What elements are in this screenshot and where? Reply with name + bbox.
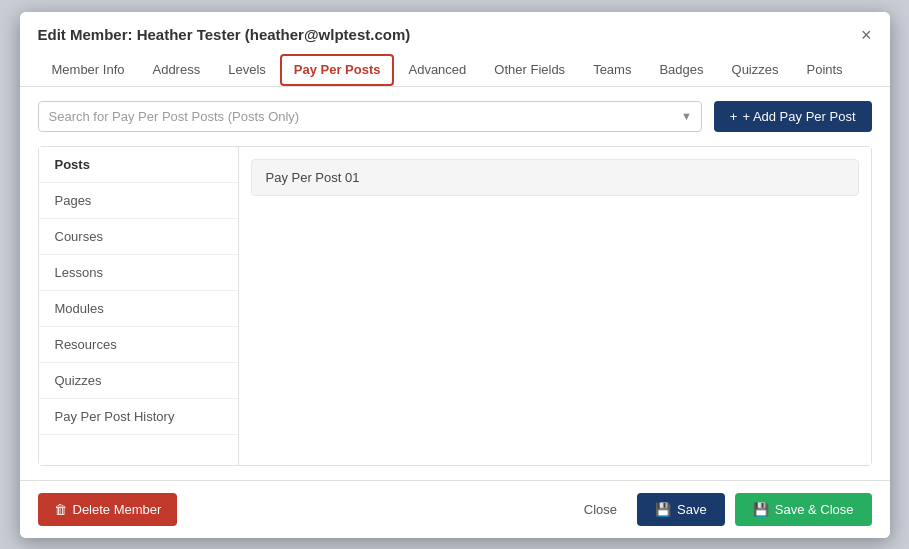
modal-overlay: Edit Member: Heather Tester (heather@wlp… — [0, 0, 909, 549]
search-select[interactable]: Search for Pay Per Post Posts (Posts Onl… — [38, 101, 702, 132]
tab-quizzes[interactable]: Quizzes — [718, 54, 793, 86]
modal-tabs: Member InfoAddressLevelsPay Per PostsAdv… — [38, 54, 872, 86]
sidebar-item-modules[interactable]: Modules — [39, 291, 238, 327]
save-close-icon: 💾 — [753, 502, 769, 517]
post-item-post-1: Pay Per Post 01 — [251, 159, 859, 196]
sidebar-item-quizzes[interactable]: Quizzes — [39, 363, 238, 399]
save-label: Save — [677, 502, 707, 517]
content-area: PostsPagesCoursesLessonsModulesResources… — [38, 146, 872, 466]
tab-other-fields[interactable]: Other Fields — [480, 54, 579, 86]
modal-footer: 🗑 Delete Member Close 💾 Save 💾 Save & Cl… — [20, 480, 890, 538]
modal-header: Edit Member: Heather Tester (heather@wlp… — [20, 12, 890, 87]
sidebar-item-resources[interactable]: Resources — [39, 327, 238, 363]
tab-advanced[interactable]: Advanced — [394, 54, 480, 86]
save-close-label: Save & Close — [775, 502, 854, 517]
tab-address[interactable]: Address — [138, 54, 214, 86]
add-button-label: + Add Pay Per Post — [742, 109, 855, 124]
delete-label: Delete Member — [73, 502, 162, 517]
search-add-row: Search for Pay Per Post Posts (Posts Onl… — [38, 101, 872, 132]
sidebar-item-lessons[interactable]: Lessons — [39, 255, 238, 291]
save-icon: 💾 — [655, 502, 671, 517]
tab-points[interactable]: Points — [792, 54, 856, 86]
modal-title-row: Edit Member: Heather Tester (heather@wlp… — [38, 26, 872, 44]
save-button[interactable]: 💾 Save — [637, 493, 725, 526]
tab-badges[interactable]: Badges — [645, 54, 717, 86]
close-button[interactable]: Close — [574, 496, 627, 523]
modal-body: Search for Pay Per Post Posts (Posts Onl… — [20, 87, 890, 480]
modal: Edit Member: Heather Tester (heather@wlp… — [20, 12, 890, 538]
plus-icon: + — [730, 109, 738, 124]
sidebar-item-courses[interactable]: Courses — [39, 219, 238, 255]
sidebar-menu: PostsPagesCoursesLessonsModulesResources… — [39, 147, 239, 465]
trash-icon: 🗑 — [54, 502, 67, 517]
content-main: Pay Per Post 01 — [239, 147, 871, 465]
footer-right: Close 💾 Save 💾 Save & Close — [574, 493, 872, 526]
add-pay-per-post-button[interactable]: + + Add Pay Per Post — [714, 101, 872, 132]
tab-member-info[interactable]: Member Info — [38, 54, 139, 86]
search-select-wrapper: Search for Pay Per Post Posts (Posts Onl… — [38, 101, 702, 132]
modal-close-button[interactable]: × — [861, 26, 872, 44]
modal-title: Edit Member: Heather Tester (heather@wlp… — [38, 26, 411, 43]
sidebar-item-pages[interactable]: Pages — [39, 183, 238, 219]
tab-teams[interactable]: Teams — [579, 54, 645, 86]
sidebar-item-pay-per-post-history[interactable]: Pay Per Post History — [39, 399, 238, 435]
tab-levels[interactable]: Levels — [214, 54, 280, 86]
tab-pay-per-posts[interactable]: Pay Per Posts — [280, 54, 395, 86]
save-close-button[interactable]: 💾 Save & Close — [735, 493, 872, 526]
delete-member-button[interactable]: 🗑 Delete Member — [38, 493, 178, 526]
sidebar-item-posts[interactable]: Posts — [39, 147, 238, 183]
